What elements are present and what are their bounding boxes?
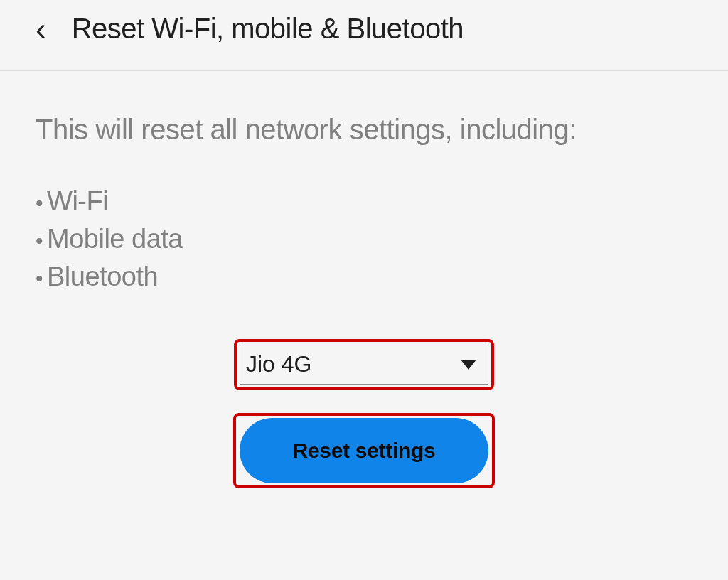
bullet-dot: •: [36, 264, 43, 294]
highlight-annotation: Jio 4G: [234, 339, 494, 390]
bullet-list: • Wi-Fi • Mobile data • Bluetooth: [36, 183, 692, 296]
list-item: • Wi-Fi: [36, 183, 692, 220]
bullet-dot: •: [36, 226, 43, 256]
network-dropdown[interactable]: Jio 4G: [240, 345, 488, 385]
dropdown-container: Jio 4G: [36, 339, 692, 390]
button-container: Reset settings: [36, 413, 692, 488]
back-icon[interactable]: ‹: [36, 14, 46, 45]
page-title: Reset Wi-Fi, mobile & Bluetooth: [72, 13, 464, 45]
reset-settings-button[interactable]: Reset settings: [240, 418, 488, 483]
bullet-label: Bluetooth: [47, 258, 158, 296]
content-area: This will reset all network settings, in…: [0, 71, 728, 488]
dropdown-selected-label: Jio 4G: [246, 351, 311, 377]
list-item: • Mobile data: [36, 220, 692, 258]
chevron-down-icon: [461, 360, 476, 370]
bullet-label: Wi-Fi: [47, 183, 108, 220]
description-text: This will reset all network settings, in…: [36, 110, 692, 149]
bullet-dot: •: [36, 188, 43, 218]
list-item: • Bluetooth: [36, 258, 692, 296]
bullet-label: Mobile data: [47, 220, 183, 258]
header: ‹ Reset Wi-Fi, mobile & Bluetooth: [0, 0, 728, 71]
highlight-annotation: Reset settings: [233, 413, 495, 488]
